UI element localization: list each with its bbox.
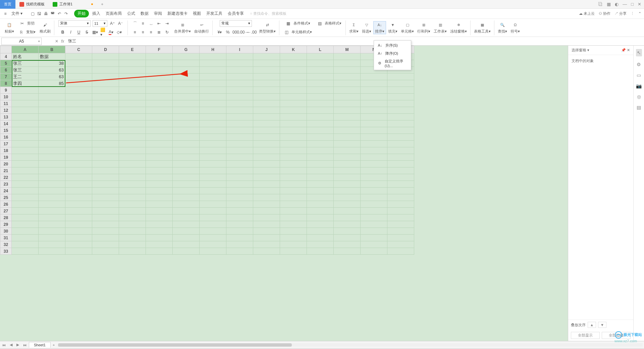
cell[interactable] bbox=[200, 107, 226, 114]
cell[interactable] bbox=[200, 208, 226, 214]
cell[interactable] bbox=[12, 107, 39, 114]
cell[interactable] bbox=[387, 248, 414, 255]
cell[interactable] bbox=[173, 194, 200, 201]
copy-icon[interactable]: ⎘ bbox=[18, 29, 24, 35]
cell[interactable] bbox=[334, 208, 361, 214]
bold-icon[interactable]: B bbox=[60, 29, 66, 35]
cell[interactable] bbox=[307, 67, 334, 73]
cell[interactable] bbox=[12, 241, 39, 248]
cell[interactable] bbox=[253, 167, 280, 174]
cell[interactable] bbox=[200, 241, 226, 248]
cell[interactable] bbox=[12, 194, 39, 201]
cell[interactable] bbox=[307, 228, 334, 235]
spreadsheet-grid[interactable]: ABCDEFGHIJKLMNO4姓名数据5张三386张三637王二638李四85… bbox=[0, 46, 568, 341]
font-select[interactable]: 宋体▾ bbox=[58, 20, 91, 27]
cell[interactable] bbox=[39, 188, 65, 194]
window-minimize[interactable]: — bbox=[623, 2, 627, 7]
cell[interactable] bbox=[92, 147, 119, 154]
cell[interactable]: 数据 bbox=[39, 53, 65, 60]
condfmt-icon[interactable]: ▦ bbox=[285, 20, 291, 27]
col-header[interactable]: B bbox=[39, 46, 65, 53]
cell[interactable] bbox=[307, 161, 334, 167]
cell[interactable] bbox=[200, 235, 226, 241]
cell[interactable] bbox=[65, 174, 92, 181]
cell[interactable] bbox=[92, 194, 119, 201]
cell[interactable] bbox=[173, 127, 200, 134]
cell[interactable] bbox=[334, 147, 361, 154]
cell[interactable] bbox=[173, 53, 200, 60]
horizontal-scrollbar[interactable] bbox=[58, 343, 643, 347]
row-header[interactable]: 29 bbox=[0, 221, 12, 228]
row-header[interactable]: 23 bbox=[0, 181, 12, 188]
cell[interactable] bbox=[387, 87, 414, 94]
cell[interactable] bbox=[119, 174, 146, 181]
cell[interactable] bbox=[200, 60, 226, 67]
font-color-icon[interactable]: A▾ bbox=[108, 29, 114, 35]
cell[interactable] bbox=[307, 194, 334, 201]
sheet-prev[interactable]: ◀ bbox=[8, 343, 14, 347]
cell[interactable] bbox=[39, 127, 65, 134]
cell[interactable] bbox=[334, 201, 361, 208]
cell[interactable] bbox=[334, 107, 361, 114]
cell[interactable]: 张三 bbox=[12, 60, 39, 67]
cell[interactable] bbox=[361, 235, 387, 241]
cell[interactable] bbox=[119, 161, 146, 167]
cell[interactable] bbox=[280, 248, 307, 255]
cell[interactable] bbox=[200, 141, 226, 147]
tab-dke[interactable]: 找稻壳模板 bbox=[15, 0, 49, 9]
cell[interactable]: 63 bbox=[39, 73, 65, 80]
cell[interactable] bbox=[12, 120, 39, 127]
number-format-select[interactable]: 常规▾ bbox=[220, 20, 252, 27]
cell[interactable] bbox=[253, 194, 280, 201]
cell[interactable] bbox=[307, 53, 334, 60]
print-icon[interactable]: 🖶 bbox=[43, 11, 49, 16]
cell[interactable] bbox=[361, 228, 387, 235]
cell[interactable] bbox=[280, 221, 307, 228]
cell[interactable] bbox=[146, 167, 173, 174]
fx-icon[interactable]: fx bbox=[61, 39, 64, 44]
cell[interactable] bbox=[226, 73, 253, 80]
cell[interactable] bbox=[280, 120, 307, 127]
cell[interactable] bbox=[146, 208, 173, 214]
cell[interactable] bbox=[146, 201, 173, 208]
cell[interactable] bbox=[226, 67, 253, 73]
cell[interactable] bbox=[146, 214, 173, 221]
row-header[interactable]: 10 bbox=[0, 94, 12, 100]
cell[interactable] bbox=[173, 208, 200, 214]
cell[interactable] bbox=[12, 228, 39, 235]
cell[interactable] bbox=[146, 87, 173, 94]
cell[interactable] bbox=[173, 120, 200, 127]
row-header[interactable]: 12 bbox=[0, 107, 12, 114]
cell[interactable] bbox=[65, 181, 92, 188]
cell[interactable] bbox=[92, 235, 119, 241]
settings-icon[interactable]: ⚙ bbox=[637, 62, 641, 67]
cell[interactable] bbox=[92, 80, 119, 87]
row-header[interactable]: 4 bbox=[0, 53, 12, 60]
cell[interactable] bbox=[119, 73, 146, 80]
cell[interactable] bbox=[253, 161, 280, 167]
type-convert[interactable]: ⇄类型转换▾ bbox=[258, 21, 277, 34]
cell[interactable] bbox=[280, 147, 307, 154]
cell[interactable] bbox=[226, 107, 253, 114]
cell[interactable] bbox=[200, 67, 226, 73]
name-box[interactable]: A5 bbox=[1, 38, 42, 45]
cell[interactable] bbox=[146, 67, 173, 73]
cell[interactable] bbox=[146, 107, 173, 114]
cell[interactable] bbox=[253, 181, 280, 188]
cell[interactable] bbox=[65, 141, 92, 147]
cell[interactable] bbox=[280, 100, 307, 107]
cell[interactable] bbox=[334, 141, 361, 147]
cell[interactable] bbox=[387, 73, 414, 80]
clear-format-icon[interactable]: ◇▾ bbox=[116, 29, 122, 35]
cell[interactable] bbox=[200, 80, 226, 87]
cell[interactable] bbox=[226, 167, 253, 174]
col-header[interactable]: I bbox=[226, 46, 253, 53]
open-icon[interactable]: ▢ bbox=[30, 11, 35, 16]
cell[interactable] bbox=[39, 214, 65, 221]
cell[interactable] bbox=[226, 228, 253, 235]
cell[interactable] bbox=[39, 228, 65, 235]
cell[interactable] bbox=[200, 94, 226, 100]
cell[interactable] bbox=[119, 241, 146, 248]
ribbon-tab-review[interactable]: 审阅 bbox=[152, 10, 164, 17]
col-header[interactable]: C bbox=[65, 46, 92, 53]
